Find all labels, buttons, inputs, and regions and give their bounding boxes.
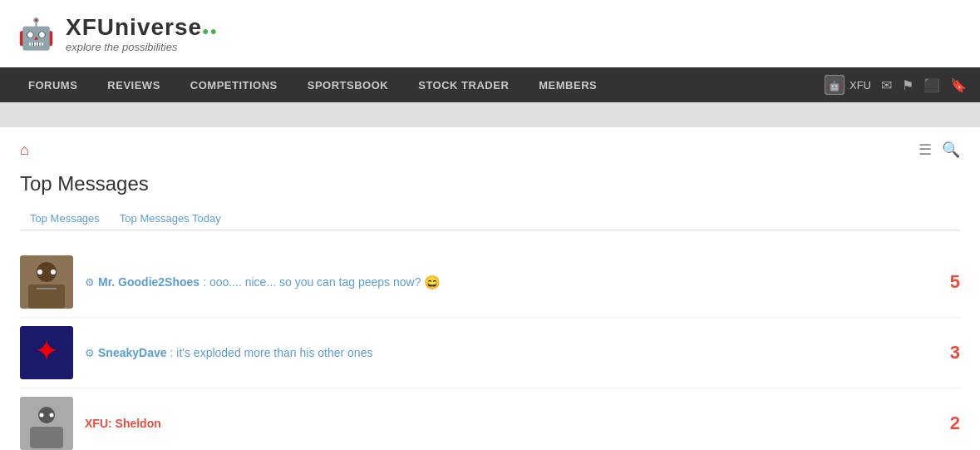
message-link-2: ⚙ SneakyDave : it's exploded more than h… (85, 346, 922, 359)
sub-header (0, 102, 980, 127)
vote-count-1: 5 (935, 271, 960, 293)
logo-icon: 🤖 (13, 7, 59, 61)
nav-item-members[interactable]: MEMBERS (524, 67, 612, 102)
logo-subtitle: explore the possibilities (66, 41, 218, 53)
tab-top-messages[interactable]: Top Messages (20, 207, 110, 230)
nav-links: FORUMS REVIEWS COMPETITIONS SPORTSBOOK S… (13, 67, 612, 102)
envelope-icon[interactable]: ✉ (881, 77, 892, 93)
nav-right: 🤖 XFU ✉ ⚑ ⬛ 🔖 (825, 75, 967, 95)
gear-icon-1: ⚙ (85, 276, 95, 289)
username-2[interactable]: SneakyDave (98, 346, 167, 359)
nav-user-avatar: 🤖 (825, 75, 845, 95)
vote-count-3: 2 (935, 413, 960, 434)
coins-icon[interactable]: ⬛ (923, 77, 940, 93)
username-3[interactable]: XFU: Sheldon (85, 417, 161, 430)
svg-point-6 (51, 270, 56, 274)
logo-dots: ●● (202, 24, 218, 37)
toolbar-row: ⌂ ☰ 🔍 (20, 141, 960, 159)
message-body-3: XFU: Sheldon (85, 417, 922, 430)
svg-point-14 (50, 413, 54, 418)
nav-item-competitions[interactable]: COMPETITIONS (175, 67, 293, 102)
flag-icon[interactable]: ⚑ (902, 77, 914, 93)
emoji-1: 😄 (424, 274, 441, 290)
message-item-1: ⚙ Mr. Goodie2Shoes : ooo.... nice... so … (20, 247, 960, 318)
logo-bar: 🤖 XFUniverse●● explore the possibilities (0, 0, 980, 67)
username-1[interactable]: Mr. Goodie2Shoes (98, 275, 199, 289)
bookmark-icon[interactable]: 🔖 (950, 77, 967, 93)
msg-text-1[interactable]: : ooo.... nice... so you can tag peeps n… (203, 275, 421, 289)
message-body-1: ⚙ Mr. Goodie2Shoes : ooo.... nice... so … (85, 274, 922, 290)
avatar-img-3 (20, 397, 73, 450)
avatar-3 (20, 397, 73, 450)
message-list: ⚙ Mr. Goodie2Shoes : ooo.... nice... so … (20, 247, 960, 450)
page-title: Top Messages (20, 172, 960, 195)
nav-user[interactable]: 🤖 XFU (825, 75, 871, 95)
message-item-3: XFU: Sheldon 2 (20, 388, 960, 450)
toolbar-right: ☰ 🔍 (918, 141, 960, 159)
nav-item-sportsbook[interactable]: SPORTSBOOK (293, 67, 403, 102)
avatar-img-1 (20, 255, 73, 309)
gear-icon-2: ⚙ (85, 347, 95, 359)
tab-top-messages-today[interactable]: Top Messages Today (110, 207, 231, 230)
search-icon[interactable]: 🔍 (942, 141, 960, 159)
logo-title-text: XFUniverse (66, 14, 202, 40)
avatar-img-2: ✦ (20, 326, 73, 379)
logo-title: XFUniverse●● (66, 14, 218, 41)
vote-count-2: 3 (935, 342, 960, 363)
message-item-2: ✦ ⚙ SneakyDave : it's exploded more than… (20, 318, 960, 388)
avatar-2: ✦ (20, 326, 73, 379)
tab-row: Top Messages Top Messages Today (20, 207, 960, 230)
msg-text-2[interactable]: : it's exploded more than his other ones (170, 346, 373, 359)
message-link-1: ⚙ Mr. Goodie2Shoes : ooo.... nice... so … (85, 274, 922, 290)
nav-bar: FORUMS REVIEWS COMPETITIONS SPORTSBOOK S… (0, 67, 980, 102)
svg-rect-12 (30, 427, 63, 448)
message-link-3: XFU: Sheldon (85, 417, 922, 430)
nav-username: XFU (849, 79, 871, 91)
nav-item-reviews[interactable]: REVIEWS (92, 67, 175, 102)
svg-text:🤖: 🤖 (829, 80, 840, 91)
main-content: ⌂ ☰ 🔍 Top Messages Top Messages Top Mess… (0, 127, 980, 450)
list-view-icon[interactable]: ☰ (918, 141, 932, 159)
svg-point-13 (40, 413, 44, 418)
nav-item-forums[interactable]: FORUMS (13, 67, 92, 102)
home-icon[interactable]: ⌂ (20, 141, 29, 159)
logo-text: XFUniverse●● explore the possibilities (66, 14, 218, 53)
message-body-2: ⚙ SneakyDave : it's exploded more than h… (85, 346, 922, 359)
nav-item-stock-trader[interactable]: STOCK TRADER (403, 67, 524, 102)
avatar-1 (20, 255, 73, 309)
svg-point-5 (37, 270, 42, 274)
svg-text:✦: ✦ (34, 334, 59, 368)
